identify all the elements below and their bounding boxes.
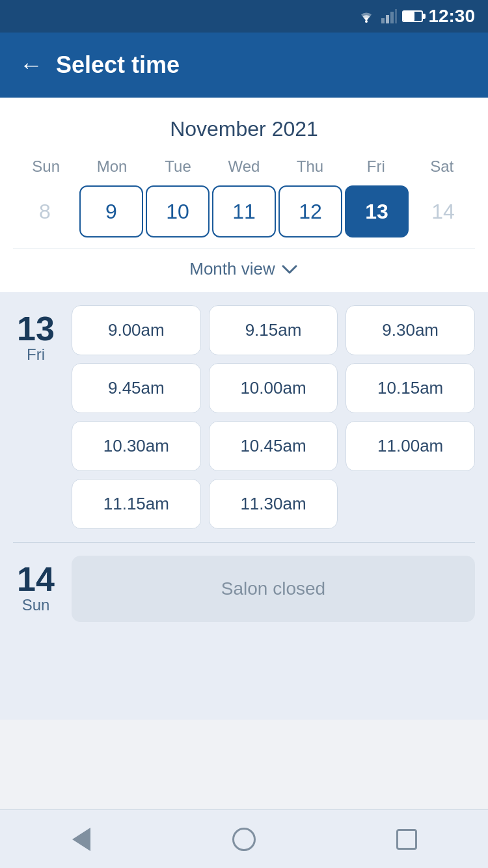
- time-slot-900am[interactable]: 9.00am: [72, 305, 201, 355]
- day-14-name: Sun: [22, 596, 50, 614]
- day-13-label: 13 Fri: [13, 305, 59, 529]
- date-12[interactable]: 12: [278, 185, 342, 237]
- status-bar: 12:30: [0, 0, 488, 33]
- date-10[interactable]: 10: [146, 185, 210, 237]
- recent-square-icon: [396, 829, 417, 850]
- svg-rect-3: [390, 12, 394, 23]
- day-13-time-grid: 9.00am 9.15am 9.30am 9.45am 10.00am 10.1…: [72, 305, 475, 529]
- weekday-fri: Fri: [343, 154, 409, 179]
- svg-rect-4: [395, 9, 397, 23]
- day-13-number: 13: [17, 312, 55, 346]
- weekdays-row: Sun Mon Tue Wed Thu Fri Sat: [13, 154, 475, 179]
- day-14-label: 14 Sun: [13, 556, 59, 622]
- back-triangle-icon: [72, 828, 90, 851]
- day-14-number: 14: [17, 562, 55, 596]
- nav-recent-button[interactable]: [391, 824, 422, 855]
- time-slots-section: 13 Fri 9.00am 9.15am 9.30am 9.45am 10.00…: [0, 292, 488, 720]
- calendar-section: November 2021 Sun Mon Tue Wed Thu Fri Sa…: [0, 98, 488, 292]
- day-13-name: Fri: [27, 346, 45, 364]
- day-14-block: 14 Sun Salon closed: [13, 556, 475, 622]
- svg-rect-1: [381, 18, 385, 23]
- weekday-thu: Thu: [277, 154, 343, 179]
- month-view-label: Month view: [189, 259, 275, 279]
- back-button[interactable]: ←: [20, 51, 43, 79]
- chevron-down-icon: [280, 264, 299, 275]
- time-slot-1030am[interactable]: 10.30am: [72, 421, 201, 471]
- svg-rect-2: [386, 15, 389, 23]
- bottom-navigation: [0, 809, 488, 868]
- nav-home-button[interactable]: [228, 824, 260, 855]
- wifi-icon: [357, 9, 376, 23]
- month-view-toggle[interactable]: Month view: [13, 248, 475, 292]
- battery-icon: [402, 10, 423, 22]
- nav-back-button[interactable]: [66, 824, 97, 855]
- svg-point-0: [365, 20, 368, 23]
- calendar-dates: 8 9 10 11 12 13 14: [13, 185, 475, 237]
- weekday-tue: Tue: [145, 154, 211, 179]
- app-header: ← Select time: [0, 33, 488, 98]
- time-slot-1015am[interactable]: 10.15am: [346, 363, 475, 413]
- day-13-block: 13 Fri 9.00am 9.15am 9.30am 9.45am 10.00…: [13, 305, 475, 529]
- page-title: Select time: [56, 51, 180, 79]
- month-year-label: November 2021: [13, 117, 475, 141]
- date-14[interactable]: 14: [411, 185, 475, 237]
- home-circle-icon: [232, 828, 256, 851]
- date-11[interactable]: 11: [212, 185, 276, 237]
- day-divider: [13, 542, 475, 543]
- time-slot-1100am[interactable]: 11.00am: [346, 421, 475, 471]
- status-time: 12:30: [428, 6, 475, 27]
- weekday-wed: Wed: [211, 154, 277, 179]
- date-8[interactable]: 8: [13, 185, 77, 237]
- weekday-mon: Mon: [79, 154, 144, 179]
- time-slot-945am[interactable]: 9.45am: [72, 363, 201, 413]
- time-slot-1045am[interactable]: 10.45am: [209, 421, 338, 471]
- status-icons: 12:30: [357, 6, 475, 27]
- time-slot-930am[interactable]: 9.30am: [346, 305, 475, 355]
- salon-closed-label: Salon closed: [72, 556, 475, 622]
- date-13[interactable]: 13: [345, 185, 409, 237]
- signal-icon: [381, 9, 397, 23]
- date-9[interactable]: 9: [79, 185, 143, 237]
- weekday-sun: Sun: [13, 154, 79, 179]
- time-slot-1000am[interactable]: 10.00am: [209, 363, 338, 413]
- time-slot-1115am[interactable]: 11.15am: [72, 479, 201, 529]
- time-slot-1130am[interactable]: 11.30am: [209, 479, 338, 529]
- time-slot-915am[interactable]: 9.15am: [209, 305, 338, 355]
- weekday-sat: Sat: [409, 154, 475, 179]
